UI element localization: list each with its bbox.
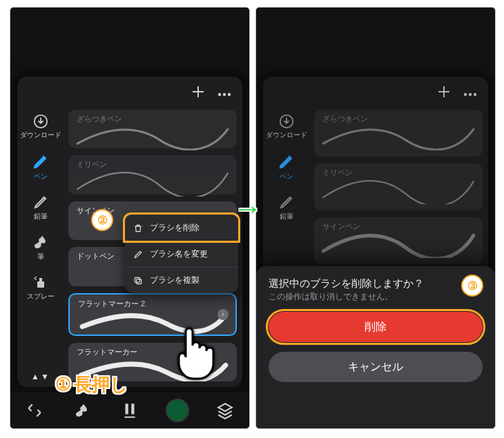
confirm-sheet: 選択中のブラシを削除しますか？ この操作は取り消しできません。 削除 キャンセル: [256, 266, 495, 428]
svg-point-1: [223, 93, 226, 96]
status-bar: [256, 8, 495, 77]
brush-item[interactable]: サインペン: [314, 217, 483, 264]
pen-icon: [32, 152, 50, 170]
rename-icon: [133, 250, 143, 259]
delete-button[interactable]: 削除: [269, 312, 483, 342]
svg-rect-5: [39, 278, 42, 281]
svg-point-6: [35, 277, 37, 278]
sheet-message: この操作は取り消しできません。: [269, 292, 483, 302]
ctx-rename[interactable]: ブラシ名を変更: [125, 241, 238, 267]
arrow-icon: →: [234, 193, 262, 224]
brush-preview: [74, 168, 231, 196]
svg-rect-10: [135, 277, 139, 282]
duplicate-icon: [133, 276, 143, 286]
download-icon: [33, 114, 48, 129]
context-menu: ブラシを削除 ブラシ名を変更 ブラシを複製: [125, 215, 238, 293]
step1-label: ①長押し: [55, 372, 128, 397]
sidebar-item-brush[interactable]: 筆: [17, 230, 64, 266]
expand-icon[interactable]: ▲▼: [31, 372, 50, 387]
transform-icon[interactable]: [23, 399, 46, 422]
svg-point-7: [35, 279, 37, 280]
brush-preview: [74, 122, 231, 150]
sidebar-item-pen[interactable]: ペン: [263, 148, 310, 186]
svg-rect-4: [37, 281, 44, 288]
layers-icon[interactable]: [213, 399, 237, 422]
brush-icon: [32, 234, 49, 250]
sidebar-item-pen[interactable]: ペン: [17, 148, 64, 186]
more-icon[interactable]: [217, 87, 231, 99]
svg-point-13: [474, 93, 476, 96]
sheet-title: 選択中のブラシを削除しますか？: [269, 272, 483, 292]
cancel-button[interactable]: キャンセル: [269, 352, 483, 382]
svg-point-12: [469, 93, 472, 96]
brush-preview: [75, 307, 230, 335]
brush-item[interactable]: ざらつきペン: [314, 110, 483, 157]
plus-icon[interactable]: [191, 85, 205, 101]
svg-point-2: [228, 93, 231, 96]
ctx-duplicate[interactable]: ブラシを複製: [125, 267, 238, 293]
brush-label: ドットペン: [77, 251, 115, 261]
pencil-icon: [278, 194, 295, 210]
svg-rect-9: [137, 279, 142, 283]
phone-left: ダウンロード ペン 鉛筆 筆 スプレー ▲▼ ざらつきペン: [10, 7, 250, 429]
svg-point-11: [464, 93, 467, 96]
sidebar-item-download[interactable]: ダウンロード: [17, 110, 64, 144]
sidebar-item-pencil[interactable]: 鉛筆: [17, 190, 64, 226]
ctx-delete[interactable]: ブラシを削除: [125, 215, 238, 241]
brush-panel: ダウンロード ペン 鉛筆 筆 スプレー ▲▼ ざらつきペン: [17, 77, 242, 387]
bottom-toolbar: [10, 392, 249, 428]
phone-right: ダウンロード ペン 鉛筆 ざらつきペン ミリペン サインペン: [255, 7, 496, 429]
pen-icon: [278, 152, 295, 170]
sidebar-item-download[interactable]: ダウンロード: [263, 110, 310, 144]
trash-icon: [133, 223, 143, 233]
smudge-tool-icon[interactable]: [118, 399, 142, 422]
brush-item[interactable]: ミリペン: [314, 163, 483, 210]
pencil-icon: [32, 194, 49, 210]
brush-item-flat2[interactable]: フラットマーカー 2 ›: [68, 293, 237, 336]
sidebar-item-pencil[interactable]: 鉛筆: [263, 190, 310, 226]
download-icon: [279, 114, 294, 129]
brush-item-milli[interactable]: ミリペン: [68, 155, 237, 194]
sidebar-item-spray[interactable]: スプレー: [17, 270, 64, 306]
spray-icon: [32, 274, 49, 290]
svg-point-0: [218, 93, 221, 96]
plus-icon[interactable]: [437, 85, 451, 101]
step2-badge: ②: [91, 209, 113, 231]
color-picker[interactable]: [166, 399, 189, 422]
status-bar: [10, 8, 249, 77]
more-icon[interactable]: [463, 87, 477, 99]
step3-badge: ③: [461, 275, 483, 297]
chevron-right-icon[interactable]: ›: [217, 309, 229, 320]
brush-tool-icon[interactable]: [70, 399, 94, 422]
brush-item-zaratsuki[interactable]: ざらつきペン: [68, 110, 237, 148]
svg-point-8: [34, 278, 35, 279]
